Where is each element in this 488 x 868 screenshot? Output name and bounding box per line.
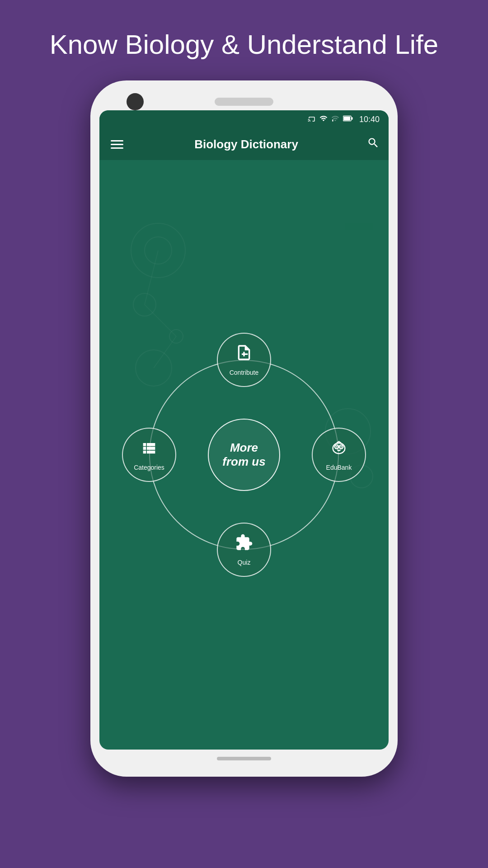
phone-shell: 10:40 Biology Dictionary (90, 80, 398, 777)
more-from-us-label: Morefrom us (222, 441, 265, 469)
signal-icon (331, 114, 339, 124)
svg-point-18 (340, 446, 342, 448)
menu-button[interactable] (108, 138, 126, 151)
categories-icon (140, 439, 158, 460)
edubank-icon (330, 439, 348, 460)
home-bar (217, 757, 271, 760)
svg-point-17 (336, 446, 337, 448)
phone-bottom (99, 750, 389, 768)
page-header-text: Know Biology & Understand Life (14, 0, 475, 80)
quiz-icon (235, 533, 253, 555)
categories-label: Categories (134, 464, 164, 471)
contribute-icon (235, 344, 253, 365)
wifi-icon (319, 114, 328, 124)
svg-rect-2 (352, 117, 353, 120)
categories-button[interactable]: Categories (122, 428, 176, 482)
status-bar: 10:40 (99, 110, 389, 128)
phone-screen: 10:40 Biology Dictionary (99, 110, 389, 750)
circle-menu: Morefrom us Contribute (136, 346, 352, 563)
more-from-us-button[interactable]: Morefrom us (208, 419, 280, 491)
quiz-button[interactable]: Quiz (217, 523, 271, 577)
edubank-button[interactable]: EduBank (312, 428, 366, 482)
svg-line-12 (145, 305, 176, 336)
main-content: Morefrom us Contribute (99, 160, 389, 750)
speaker (215, 98, 273, 106)
search-button[interactable] (367, 137, 380, 152)
svg-rect-0 (332, 119, 333, 122)
svg-rect-3 (343, 117, 350, 120)
toolbar-title: Biology Dictionary (135, 137, 358, 151)
status-icons: 10:40 (308, 114, 380, 124)
edubank-label: EduBank (326, 464, 352, 471)
cast-icon (308, 114, 316, 124)
contribute-button[interactable]: Contribute (217, 333, 271, 387)
battery-icon (343, 115, 353, 123)
svg-point-14 (333, 443, 345, 453)
status-time: 10:40 (359, 115, 380, 124)
phone-top-bar (99, 90, 389, 110)
front-camera (127, 93, 144, 110)
app-toolbar: Biology Dictionary (99, 128, 389, 160)
contribute-label: Contribute (230, 369, 259, 376)
quiz-label: Quiz (238, 559, 251, 566)
